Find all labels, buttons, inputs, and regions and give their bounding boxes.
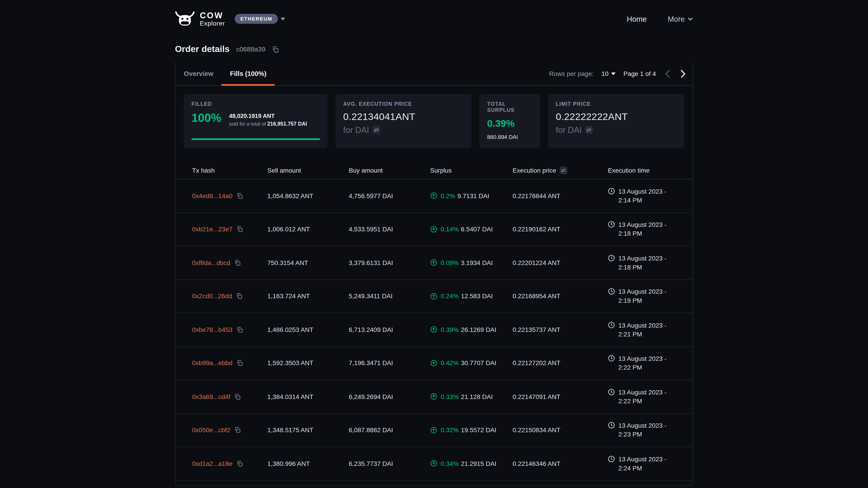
surplus-cell: 0.09%3.1934 DAI: [430, 259, 513, 266]
execution-time-text: 13 August 2023 - 2:24 PM: [618, 455, 669, 473]
tx-hash-link[interactable]: 0xf8da...dbcd: [192, 259, 230, 266]
filled-card: FILLED 100% 48,020.1919 ANT sold for a t…: [184, 94, 328, 148]
tabs: Overview Fills (100%): [176, 62, 275, 85]
swap-icon: ⇄: [561, 167, 566, 173]
fills-table-body: 0x4ed9...14a0 1,054.8632 ANT 4,756.5977 …: [176, 179, 692, 480]
tab-fills[interactable]: Fills (100%): [222, 62, 275, 85]
copy-order-id-button[interactable]: [272, 46, 279, 53]
filled-label: FILLED: [191, 101, 320, 107]
nav-more[interactable]: More: [668, 15, 693, 23]
surplus-cell: 0.39%26.1269 DAI: [430, 326, 513, 333]
surplus-amount: 3.1934 DAI: [461, 259, 493, 266]
nav-more-label: More: [668, 15, 685, 23]
rows-per-page-value: 10: [601, 70, 609, 77]
filled-progress-bar: [191, 138, 320, 140]
clock-icon: [608, 187, 615, 195]
clock-icon: [608, 254, 615, 262]
next-page-button[interactable]: [679, 69, 687, 78]
tx-hash-link[interactable]: 0x2cd0...26dd: [192, 293, 232, 299]
sell-amount-cell: 1,348.5175 ANT: [268, 427, 349, 433]
copy-icon: [234, 393, 241, 400]
tx-hash-cell: 0x2cd0...26dd: [192, 293, 268, 299]
nav-home[interactable]: Home: [627, 15, 647, 23]
tx-hash-cell: 0xbe78...b453: [192, 326, 268, 333]
copy-tx-hash-button[interactable]: [234, 427, 241, 433]
copy-tx-hash-button[interactable]: [236, 293, 243, 299]
tx-hash-cell: 0x4ed9...14a0: [192, 193, 268, 199]
surplus-percent: 0.14%: [440, 226, 459, 232]
tx-hash-link[interactable]: 0xd1a2...a18e: [192, 460, 232, 467]
execution-price-cell: 0.22190162 ANT: [513, 226, 608, 232]
tx-hash-link[interactable]: 0x050e...cbf2: [192, 427, 230, 433]
clock-icon: [608, 455, 615, 462]
buy-amount-cell: 6,235.7737 DAI: [349, 460, 430, 467]
invert-price-button[interactable]: ⇄: [559, 166, 567, 174]
copy-tx-hash-button[interactable]: [236, 326, 243, 333]
cow-explorer-logo[interactable]: COW Explorer: [175, 11, 225, 27]
buy-amount-cell: 5,249.3411 DAI: [349, 293, 430, 299]
top-navigation-bar: COW Explorer ETHEREUM Home More: [175, 0, 693, 38]
invert-price-button[interactable]: ⇄: [585, 126, 593, 133]
invert-price-button[interactable]: ⇄: [372, 126, 380, 133]
network-selector[interactable]: ETHEREUM: [235, 14, 285, 24]
rows-per-page-select[interactable]: 10: [601, 70, 616, 77]
fills-table-header: Tx hash Sell amount Buy amount Surplus E…: [176, 162, 692, 179]
previous-page-button[interactable]: [664, 69, 671, 78]
execution-time-cell: 13 August 2023 - 2:21 PM: [608, 321, 685, 339]
copy-tx-hash-button[interactable]: [234, 393, 241, 400]
execution-price-cell: 0.22201224 ANT: [513, 259, 608, 266]
execution-time-cell: 13 August 2023 - 2:14 PM: [608, 187, 685, 205]
network-badge[interactable]: ETHEREUM: [235, 14, 278, 24]
clock-icon: [608, 355, 615, 362]
surplus-percent: 0.39%: [440, 326, 459, 333]
surplus-amount: 26.1269 DAI: [461, 326, 496, 333]
copy-icon: [236, 226, 243, 232]
surplus-cell: 0.2%9.7131 DAI: [430, 192, 513, 199]
copy-tx-hash-button[interactable]: [234, 259, 241, 266]
surplus-cell: 0.24%12.583 DAI: [430, 293, 513, 300]
tx-hash-link[interactable]: 0xb99a...ebbd: [192, 360, 232, 366]
copy-tx-hash-button[interactable]: [236, 360, 243, 366]
execution-time-cell: 13 August 2023 - 2:19 PM: [608, 287, 685, 305]
copy-icon: [236, 193, 243, 199]
column-execution-price: Execution price ⇄: [513, 166, 608, 174]
surplus-amount: 21.2915 DAI: [461, 460, 496, 467]
buy-amount-cell: 7,196.3471 DAI: [349, 360, 430, 366]
tx-hash-link[interactable]: 0x4ed9...14a0: [192, 193, 232, 199]
chevron-left-icon: [665, 69, 670, 78]
copy-tx-hash-button[interactable]: [236, 460, 243, 467]
surplus-cell: 0.32%19.5572 DAI: [430, 427, 513, 434]
table-row: 0xf8da...dbcd 750.3154 ANT 3,379.6131 DA…: [176, 246, 692, 280]
sell-amount-cell: 1,486.0253 ANT: [268, 326, 349, 333]
table-row: 0xbe78...b453 1,486.0253 ANT 6,713.2409 …: [176, 313, 692, 347]
surplus-amount: 19.5572 DAI: [461, 427, 496, 433]
tx-hash-link[interactable]: 0xb21e...23e7: [192, 226, 232, 232]
clock-icon: [608, 388, 615, 395]
tx-hash-link[interactable]: 0xbe78...b453: [192, 326, 232, 333]
surplus-percent: 0.24%: [440, 293, 459, 299]
execution-price-cell: 0.22127202 ANT: [513, 360, 608, 366]
page: COW Explorer ETHEREUM Home More Order d: [0, 0, 868, 488]
copy-tx-hash-button[interactable]: [236, 193, 243, 199]
tx-hash-link[interactable]: 0x3a69...cd4f: [192, 393, 230, 400]
execution-price-cell: 0.22135737 ANT: [513, 326, 608, 333]
page-title-row: Order details c0688a39: [175, 44, 693, 54]
table-row: 0x050e...cbf2 1,348.5175 ANT 6,087.8862 …: [176, 414, 692, 447]
surplus-cell: 0.42%30.7707 DAI: [430, 359, 513, 367]
filled-sold-total: 216,951.757 DAI: [267, 121, 307, 127]
tx-hash-cell: 0xf8da...dbcd: [192, 259, 268, 266]
tx-hash-cell: 0xb21e...23e7: [192, 226, 268, 232]
column-execution-time: Execution time: [608, 167, 685, 173]
table-row: 0x2cd0...26dd 1,163.724 ANT 5,249.3411 D…: [176, 280, 692, 313]
tab-overview[interactable]: Overview: [176, 62, 221, 85]
buy-amount-cell: 4,533.5951 DAI: [349, 226, 430, 232]
limit-price-unit: for DAI: [556, 125, 582, 134]
table-row: 0xb21e...23e7 1,006.012 ANT 4,533.5951 D…: [176, 213, 692, 246]
arrow-up-circle-icon: [430, 460, 437, 467]
surplus-percent: 0.2%: [440, 193, 455, 199]
arrow-up-circle-icon: [430, 293, 437, 300]
copy-tx-hash-button[interactable]: [236, 226, 243, 232]
arrow-up-circle-icon: [430, 192, 437, 199]
order-details-panel: Overview Fills (100%) Rows per page: 10 …: [175, 62, 693, 486]
surplus-amount: 9.7131 DAI: [457, 193, 489, 199]
